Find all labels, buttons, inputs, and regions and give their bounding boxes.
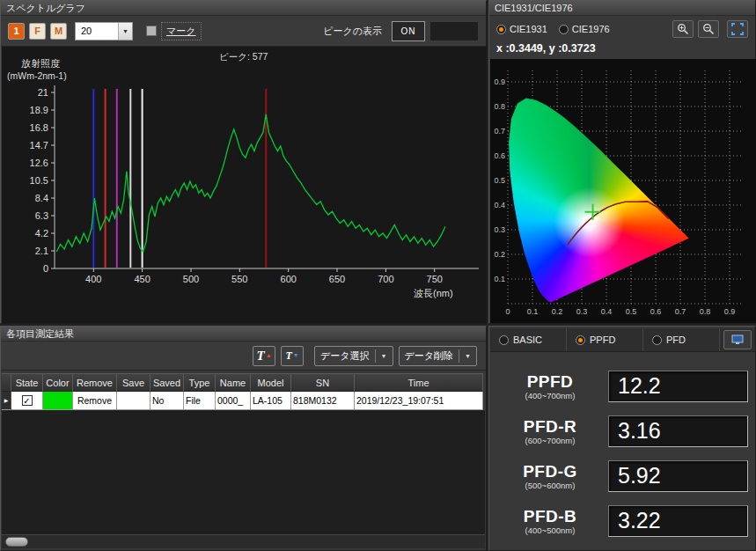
scrollbar-thumb[interactable] xyxy=(5,537,28,547)
fit-view-icon xyxy=(731,23,744,35)
average-count-dropdown[interactable]: 20 ▼ xyxy=(75,22,133,40)
header-selector xyxy=(2,373,11,392)
header-type: Type xyxy=(184,373,216,392)
saved-cell: No xyxy=(150,392,184,410)
svg-text:4.2: 4.2 xyxy=(35,228,48,239)
results-panel-title: 各項目測定結果 xyxy=(1,327,486,342)
metric-value-box: 3.16 xyxy=(608,415,748,447)
spectrum-panel: スペクトルグラフ 1 F M 20 ▼ マーク ピークの表示 ON 2118.9… xyxy=(0,0,487,324)
metric-value: 12.2 xyxy=(618,373,661,399)
metric-value: 5.92 xyxy=(618,463,661,489)
svg-text:10.5: 10.5 xyxy=(30,175,48,186)
state-cell: ✓ xyxy=(11,392,43,410)
metric-range: (400~500nm) xyxy=(497,525,603,535)
radio-icon xyxy=(499,335,509,345)
radio-icon xyxy=(652,335,662,345)
radio-icon xyxy=(576,335,585,345)
header-sn: SN xyxy=(291,373,355,392)
x-axis-label: 波長(nm) xyxy=(414,287,453,300)
name-cell: 0000_ xyxy=(216,392,251,410)
color-cell[interactable] xyxy=(43,392,73,410)
tab-ppfd[interactable]: PPFD xyxy=(567,328,643,351)
header-remove: Remove xyxy=(73,373,117,392)
ppfd-metrics: PPFD (400~700nm) 12.2 PFD-R (600~700nm) … xyxy=(490,353,755,549)
preset-1-button[interactable]: 1 xyxy=(8,23,25,40)
svg-text:8.4: 8.4 xyxy=(35,193,48,203)
cie-panel-title: CIE1931/CIE1976 xyxy=(489,1,755,16)
metric-value-box: 5.92 xyxy=(608,460,748,492)
preset-f-button[interactable]: F xyxy=(29,23,46,40)
header-name: Name xyxy=(216,373,251,392)
row-selector: ▶ xyxy=(2,392,11,410)
peak-display-label: ピークの表示 xyxy=(323,25,382,38)
divider xyxy=(375,349,376,363)
svg-text:750: 750 xyxy=(427,274,443,284)
svg-text:400: 400 xyxy=(85,274,101,284)
svg-text:18.9: 18.9 xyxy=(30,105,48,115)
cie-overlay xyxy=(490,59,756,323)
chevron-down-icon: ▼ xyxy=(381,353,387,359)
svg-text:6.3: 6.3 xyxy=(35,210,48,221)
tab-pfd[interactable]: PFD xyxy=(643,328,720,351)
mark-label[interactable]: マーク xyxy=(161,22,202,40)
cie-diagram: 00.10.10.20.20.30.30.40.40.50.50.60.60.7… xyxy=(490,59,756,323)
radio-cie1931[interactable]: CIE1931 xyxy=(496,24,547,34)
data-select-button[interactable]: データ選択 ▼ xyxy=(314,346,393,366)
metric-range: (400~700nm) xyxy=(497,391,603,400)
header-model: Model xyxy=(251,373,291,392)
header-saved: Saved xyxy=(150,373,184,392)
header-time: Time xyxy=(355,373,483,392)
data-delete-button[interactable]: データ削除 ▼ xyxy=(399,346,477,366)
svg-text:12.6: 12.6 xyxy=(30,158,48,168)
zoom-in-button[interactable] xyxy=(672,20,694,38)
type-cell: File xyxy=(184,392,216,410)
metric-label: PPFD xyxy=(497,372,603,392)
svg-text:650: 650 xyxy=(329,274,345,284)
svg-text:21: 21 xyxy=(38,87,48,98)
mark-checkbox[interactable] xyxy=(146,26,157,36)
tab-basic[interactable]: BASIC xyxy=(490,328,567,351)
metric-range: (600~700nm) xyxy=(497,436,603,445)
metric-value-box: 3.22 xyxy=(608,505,748,537)
state-checkbox[interactable]: ✓ xyxy=(22,395,33,406)
radio-cie1976[interactable]: CIE1976 xyxy=(559,24,610,34)
metric-row-pfd-r: PFD-R (600~700nm) 3.16 xyxy=(490,408,755,453)
display-icon xyxy=(731,334,744,345)
cie-panel: CIE1931/CIE1976 CIE1931 CIE1976 xyxy=(488,0,756,324)
table-empty-area xyxy=(2,410,485,534)
radio-icon xyxy=(496,25,506,34)
ppfd-tab-bar: BASIC PPFD PFD xyxy=(490,328,755,352)
cie-coordinates-text: x :0.3449, y :0.3723 xyxy=(496,42,596,55)
zoom-out-button[interactable] xyxy=(698,20,719,38)
y-axis-unit-label: (mWm-2nm-1) xyxy=(7,70,67,81)
font-decrease-button[interactable]: T ▼ xyxy=(281,346,304,366)
dropdown-value: 20 xyxy=(76,23,118,40)
peak-off-segment[interactable] xyxy=(429,21,479,41)
remove-button[interactable]: Remove xyxy=(73,392,117,410)
ppfd-panel: BASIC PPFD PFD PPFD (400~700nm) 12.2 xyxy=(488,326,756,551)
metric-label: PFD-G xyxy=(497,462,603,481)
metric-row-pfd-g: PFD-G (500~600nm) 5.92 xyxy=(490,453,755,498)
font-increase-icon: ▲ xyxy=(266,352,272,359)
font-increase-button[interactable]: T ▲ xyxy=(253,346,275,366)
peak-on-button[interactable]: ON xyxy=(392,21,425,41)
horizontal-scrollbar[interactable] xyxy=(2,534,485,548)
header-state: State xyxy=(11,373,43,392)
cie-toolbar: CIE1931 CIE1976 xyxy=(489,18,755,40)
check-icon: ✓ xyxy=(23,396,30,406)
font-decrease-icon: ▼ xyxy=(293,352,299,359)
display-mode-button[interactable] xyxy=(723,330,752,349)
table-row: ▶ ✓ Remove No File 0000_ LA-105 818M0132… xyxy=(2,392,485,410)
svg-text:700: 700 xyxy=(378,274,393,284)
preset-m-button[interactable]: M xyxy=(50,23,67,40)
chevron-down-icon: ▼ xyxy=(118,23,132,40)
fit-view-button[interactable] xyxy=(727,20,748,38)
zoom-in-icon xyxy=(677,23,689,35)
model-cell: LA-105 xyxy=(251,392,291,410)
header-save: Save xyxy=(117,373,150,392)
metric-label: PFD-B xyxy=(497,507,603,526)
svg-text:0: 0 xyxy=(43,263,48,274)
svg-text:14.7: 14.7 xyxy=(30,140,48,151)
save-cell[interactable] xyxy=(117,392,150,410)
metric-value-box: 12.2 xyxy=(608,371,748,402)
